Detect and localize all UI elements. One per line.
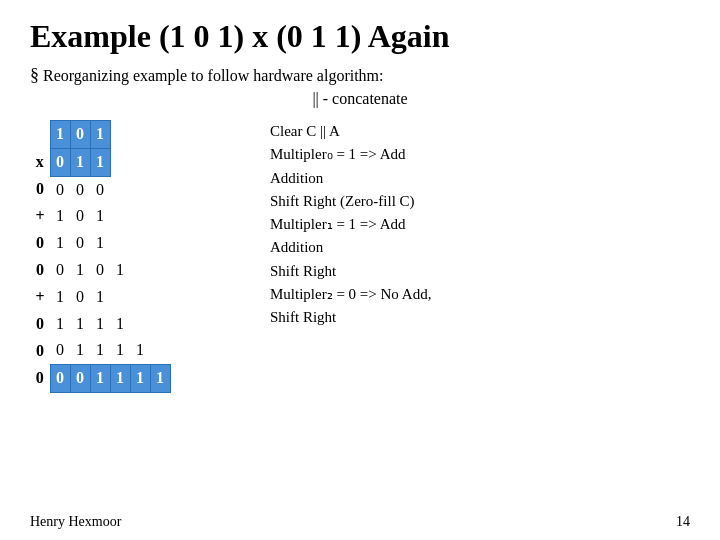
desc-line-5: Addition (270, 236, 431, 259)
cell: 0 (70, 203, 90, 230)
cell: 1 (70, 337, 90, 364)
cell: 1 (110, 365, 130, 393)
cell: 1 (150, 365, 170, 393)
cell (130, 284, 150, 311)
cell: 1 (90, 230, 110, 257)
row-op: + (30, 203, 50, 230)
table-row: 0 0 1 0 1 (30, 257, 170, 284)
row-op: 0 (30, 230, 50, 257)
cell (150, 121, 170, 149)
cell: 1 (70, 148, 90, 176)
bullet-icon: § (30, 65, 39, 85)
cell: 1 (90, 337, 110, 364)
cell (150, 257, 170, 284)
table-section: 1 0 1 x 0 1 1 (30, 120, 250, 393)
cell: 0 (50, 365, 70, 393)
cell: 1 (110, 337, 130, 364)
cell: 1 (90, 311, 110, 338)
desc-line-7: Multipler₂ = 0 => No Add, (270, 283, 431, 306)
table-row: 0 0 1 1 1 1 (30, 337, 170, 364)
cell (110, 203, 130, 230)
desc-line-1: Multipler₀ = 1 => Add (270, 143, 431, 166)
cell: 1 (130, 365, 150, 393)
footer-author: Henry Hexmoor (30, 514, 121, 530)
cell (150, 148, 170, 176)
page: Example (1 0 1) x (0 1 1) Again §Reorgan… (0, 0, 720, 540)
footer-page: 14 (676, 514, 690, 530)
cell: 1 (90, 203, 110, 230)
table-row: 0 1 1 1 1 (30, 311, 170, 338)
cell: 1 (110, 311, 130, 338)
cell (130, 203, 150, 230)
cell: 0 (50, 148, 70, 176)
row-op: 0 (30, 365, 50, 393)
cell: 1 (90, 121, 110, 149)
cell: 0 (50, 337, 70, 364)
cell: 1 (50, 284, 70, 311)
cell: 0 (70, 121, 90, 149)
cell: 0 (90, 257, 110, 284)
desc-line-6: Shift Right (270, 260, 431, 283)
cell (150, 337, 170, 364)
desc-line-0: Clear C || A (270, 120, 431, 143)
cell: 1 (50, 311, 70, 338)
cell: 0 (50, 176, 70, 203)
calculation-table: 1 0 1 x 0 1 1 (30, 120, 171, 393)
cell (130, 176, 150, 203)
cell: 1 (50, 121, 70, 149)
cell (130, 230, 150, 257)
desc-line-2: Addition (270, 167, 431, 190)
cell (110, 284, 130, 311)
row-op: 0 (30, 257, 50, 284)
cell (130, 148, 150, 176)
descriptions-section: Clear C || A Multipler₀ = 1 => Add Addit… (250, 120, 431, 329)
cell: 1 (90, 148, 110, 176)
cell: 1 (110, 257, 130, 284)
cell (150, 311, 170, 338)
table-row: + 1 0 1 (30, 203, 170, 230)
cell: 0 (70, 284, 90, 311)
cell: 1 (130, 337, 150, 364)
table-row: 1 0 1 (30, 121, 170, 149)
row-op: 0 (30, 337, 50, 364)
cell: 0 (90, 176, 110, 203)
table-row: + 1 0 1 (30, 284, 170, 311)
cell (110, 176, 130, 203)
cell (130, 257, 150, 284)
row-op: + (30, 284, 50, 311)
cell (150, 203, 170, 230)
subtitle: §Reorganizing example to follow hardware… (30, 65, 690, 86)
cell (150, 176, 170, 203)
desc-line-4: Multipler₁ = 1 => Add (270, 213, 431, 236)
cell (130, 121, 150, 149)
row-op (30, 121, 50, 149)
cell: 1 (70, 257, 90, 284)
cell (150, 284, 170, 311)
desc-line-8: Shift Right (270, 306, 431, 329)
cell: 0 (50, 257, 70, 284)
cell (130, 311, 150, 338)
cell: 1 (90, 365, 110, 393)
cell: 1 (50, 203, 70, 230)
desc-line-3: Shift Right (Zero-fill C) (270, 190, 431, 213)
cell: 1 (70, 311, 90, 338)
concat-note: || - concatenate (30, 90, 690, 108)
cell: 1 (90, 284, 110, 311)
table-row: 0 0 0 1 1 1 1 (30, 365, 170, 393)
cell: 1 (50, 230, 70, 257)
table-row: 0 0 0 0 (30, 176, 170, 203)
table-row: x 0 1 1 (30, 148, 170, 176)
cell (110, 230, 130, 257)
page-title: Example (1 0 1) x (0 1 1) Again (30, 18, 690, 55)
table-row: 0 1 0 1 (30, 230, 170, 257)
cell: 0 (70, 230, 90, 257)
cell (110, 148, 130, 176)
row-op: x (30, 148, 50, 176)
content-area: 1 0 1 x 0 1 1 (30, 120, 690, 393)
cell (110, 121, 130, 149)
row-op: 0 (30, 176, 50, 203)
cell: 0 (70, 365, 90, 393)
cell (150, 230, 170, 257)
row-op: 0 (30, 311, 50, 338)
cell: 0 (70, 176, 90, 203)
